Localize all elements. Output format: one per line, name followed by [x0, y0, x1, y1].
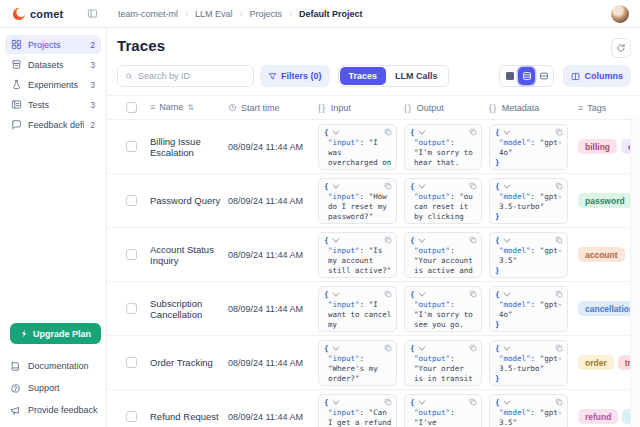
- table-row[interactable]: Subscription Cancellation 08/09/24 11:44…: [107, 282, 640, 336]
- trace-name[interactable]: Password Query: [150, 195, 228, 206]
- row-checkbox[interactable]: [126, 357, 137, 368]
- json-expand-toggle[interactable]: [324, 398, 392, 408]
- copy-icon[interactable]: [555, 128, 563, 136]
- sidebar-footer-provide-feedback[interactable]: Provide feedback: [8, 399, 98, 421]
- json-expand-toggle[interactable]: [495, 290, 563, 300]
- copy-icon[interactable]: [469, 182, 477, 190]
- collapse-sidebar-icon[interactable]: [87, 8, 98, 19]
- output-json-cell[interactable]: "output""Your account is active and in .…: [404, 232, 482, 278]
- output-json-cell[interactable]: "output""ou can reset it by clicking on …: [404, 178, 482, 224]
- json-expand-toggle[interactable]: [495, 398, 563, 408]
- input-json-cell[interactable]: "input""Can I get a refund for my last p…: [318, 394, 397, 427]
- input-json-cell[interactable]: "input""Is my account still active?": [318, 232, 397, 278]
- copy-icon[interactable]: [469, 128, 477, 136]
- json-expand-toggle[interactable]: [324, 290, 392, 300]
- sidebar-item-datasets[interactable]: Datasets3: [5, 55, 101, 74]
- copy-icon[interactable]: [555, 290, 563, 298]
- input-column-header[interactable]: Input: [331, 103, 351, 113]
- sidebar-item-tests[interactable]: Tests3: [5, 95, 101, 114]
- tag-billing[interactable]: billing: [578, 139, 617, 154]
- sidebar-item-feedback-definitions[interactable]: Feedback definitions2: [5, 115, 101, 134]
- table-row[interactable]: Refund Request 08/09/24 11:44 AM "input"…: [107, 390, 640, 427]
- table-row[interactable]: Billing Issue Escalation 08/09/24 11:44 …: [107, 120, 640, 174]
- json-expand-toggle[interactable]: [410, 290, 477, 300]
- row-checkbox[interactable]: [126, 249, 137, 260]
- upgrade-plan-button[interactable]: Upgrade Plan: [10, 323, 101, 344]
- json-expand-toggle[interactable]: [324, 236, 392, 246]
- tag-account[interactable]: account: [578, 247, 625, 262]
- sidebar-footer-support[interactable]: Support: [8, 377, 98, 399]
- copy-icon[interactable]: [469, 398, 477, 406]
- row-checkbox[interactable]: [126, 303, 137, 314]
- metadata-json-cell[interactable]: "model""gpt-4o": [489, 124, 568, 170]
- copy-icon[interactable]: [384, 236, 392, 244]
- copy-icon[interactable]: [469, 236, 477, 244]
- json-expand-toggle[interactable]: [410, 398, 477, 408]
- tag-order[interactable]: order: [578, 355, 614, 370]
- metadata-column-header[interactable]: Metadata: [502, 103, 540, 113]
- sidebar-item-experiments[interactable]: Experiments3: [5, 75, 101, 94]
- table-row[interactable]: Order Tracking 08/09/24 11:44 AM "input"…: [107, 336, 640, 390]
- trace-name[interactable]: Account Status Inquiry: [150, 244, 228, 266]
- sort-icon[interactable]: [187, 102, 194, 113]
- json-expand-toggle[interactable]: [495, 344, 563, 354]
- copy-icon[interactable]: [384, 182, 392, 190]
- row-checkbox[interactable]: [126, 411, 137, 422]
- json-expand-toggle[interactable]: [495, 128, 563, 138]
- table-row[interactable]: Password Query 08/09/24 11:44 AM "input"…: [107, 174, 640, 228]
- metadata-json-cell[interactable]: "model""gpt-4o": [489, 286, 568, 332]
- metadata-json-cell[interactable]: "model""gpt-3.5": [489, 394, 568, 427]
- metadata-json-cell[interactable]: "model""gpt-3.5-turbo": [489, 178, 568, 224]
- comet-logo[interactable]: comet: [12, 7, 63, 21]
- input-json-cell[interactable]: "input""I was overcharged on my last inv…: [318, 124, 397, 170]
- json-expand-toggle[interactable]: [410, 236, 477, 246]
- density-comfortable-button[interactable]: [535, 67, 552, 85]
- copy-icon[interactable]: [384, 128, 392, 136]
- json-expand-toggle[interactable]: [410, 182, 477, 192]
- tag-refund[interactable]: refund: [578, 409, 618, 424]
- copy-icon[interactable]: [555, 182, 563, 190]
- tag-password[interactable]: password: [578, 193, 632, 208]
- output-json-cell[interactable]: "output""I'm sorry to see you go. I've .…: [404, 286, 482, 332]
- copy-icon[interactable]: [384, 398, 392, 406]
- row-checkbox[interactable]: [126, 195, 137, 206]
- search-box[interactable]: [117, 65, 254, 87]
- trace-name[interactable]: Order Tracking: [150, 357, 228, 368]
- user-avatar[interactable]: [611, 5, 629, 23]
- table-row[interactable]: Account Status Inquiry 08/09/24 11:44 AM…: [107, 228, 640, 282]
- breadcrumb-item[interactable]: Projects: [250, 9, 300, 19]
- json-expand-toggle[interactable]: [410, 344, 477, 354]
- search-input[interactable]: [138, 71, 246, 81]
- sidebar-footer-documentation[interactable]: Documentation: [8, 355, 98, 377]
- toggle-llm-calls[interactable]: LLM Calls: [386, 67, 447, 85]
- copy-icon[interactable]: [555, 344, 563, 352]
- trace-name[interactable]: Subscription Cancellation: [150, 298, 228, 320]
- select-all-checkbox[interactable]: [126, 102, 137, 113]
- breadcrumb-item[interactable]: LLM Eval: [195, 9, 250, 19]
- json-expand-toggle[interactable]: [324, 128, 392, 138]
- copy-icon[interactable]: [469, 344, 477, 352]
- input-json-cell[interactable]: "input""How do I reset my password?": [318, 178, 397, 224]
- refresh-button[interactable]: [611, 38, 631, 58]
- density-default-button[interactable]: [518, 67, 535, 85]
- tags-column-header[interactable]: Tags: [587, 103, 606, 113]
- json-expand-toggle[interactable]: [495, 236, 563, 246]
- name-column-header[interactable]: Name: [159, 102, 183, 113]
- output-json-cell[interactable]: "output""I've submitted your refund requ…: [404, 394, 482, 427]
- json-expand-toggle[interactable]: [410, 128, 477, 138]
- trace-name[interactable]: Refund Request: [150, 411, 228, 422]
- copy-icon[interactable]: [555, 398, 563, 406]
- trace-name[interactable]: Billing Issue Escalation: [150, 136, 228, 158]
- metadata-json-cell[interactable]: "model""gpt-3.5": [489, 232, 568, 278]
- json-expand-toggle[interactable]: [324, 344, 392, 354]
- copy-icon[interactable]: [384, 290, 392, 298]
- output-json-cell[interactable]: "output""Your order is in transit and ..…: [404, 340, 482, 386]
- json-expand-toggle[interactable]: [495, 182, 563, 192]
- copy-icon[interactable]: [555, 236, 563, 244]
- columns-button[interactable]: Columns: [563, 65, 631, 87]
- copy-icon[interactable]: [469, 290, 477, 298]
- density-compact-button[interactable]: [501, 67, 518, 85]
- copy-icon[interactable]: [384, 344, 392, 352]
- breadcrumb-item[interactable]: team-comet-ml: [118, 9, 195, 19]
- output-column-header[interactable]: Output: [417, 103, 444, 113]
